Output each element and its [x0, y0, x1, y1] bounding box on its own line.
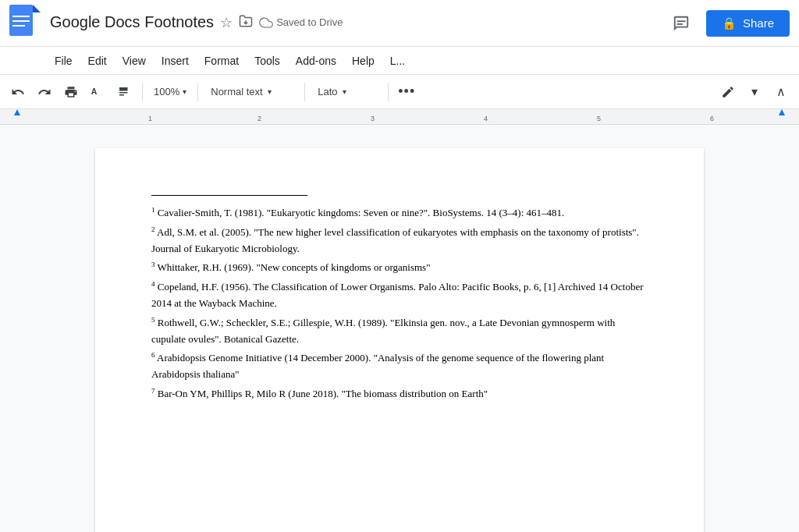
menu-format[interactable]: Format [197, 50, 247, 72]
share-label: Share [743, 16, 774, 30]
ruler-mark-5: 5 [597, 115, 601, 122]
list-item: 7 Bar-On YM, Phillips R, Milo R (June 20… [151, 386, 648, 403]
svg-rect-7 [676, 23, 682, 25]
menu-bar: File Edit View Insert Format Tools Add-o… [0, 47, 799, 75]
list-item: 4 Copeland, H.F. (1956). The Classificat… [151, 279, 648, 312]
footnote-num-2: 2 [151, 225, 155, 232]
menu-view[interactable]: View [115, 50, 154, 72]
more-options-button[interactable]: ••• [395, 80, 418, 104]
more-icon: ••• [398, 83, 415, 100]
list-item: 1 Cavalier-Smith, T. (1981). "Eukaryotic… [151, 205, 648, 222]
folder-move-icon[interactable] [239, 14, 253, 31]
list-item: 5 Rothwell, G.W.; Scheckler, S.E.; Gille… [151, 315, 648, 348]
footnote-num-7: 7 [151, 387, 155, 395]
comment-button[interactable] [666, 8, 697, 39]
svg-rect-6 [676, 20, 685, 22]
footnote-text-7: Bar-On YM, Phillips R, Milo R (June 2018… [158, 388, 488, 399]
footnote-text-3: Whittaker, R.H. (1969). "New concepts of… [158, 261, 431, 273]
svg-rect-2 [12, 16, 30, 17]
svg-marker-1 [33, 5, 41, 12]
save-status: Saved to Drive [259, 16, 343, 30]
header-right: 🔒 Share [666, 8, 790, 39]
footnote-text-2: Adl, S.M. et al. (2005). "The new higher… [151, 226, 639, 254]
style-value: Normal text [211, 86, 262, 98]
title-icons: ☆ Saved to Drive [220, 14, 343, 31]
toolbar-divider-3 [304, 83, 305, 101]
font-selector[interactable]: Lato ▾ [311, 83, 382, 101]
footnote-num-4: 4 [151, 280, 155, 288]
footnote-num-5: 5 [151, 315, 155, 323]
edit-button[interactable] [716, 80, 740, 104]
paint-format-button[interactable] [112, 80, 136, 104]
list-item: 2 Adl, S.M. et al. (2005). "The new high… [151, 225, 648, 257]
style-chevron-icon: ▾ [268, 87, 272, 96]
zoom-chevron-icon: ▾ [183, 87, 186, 96]
footnote-separator [151, 195, 307, 196]
share-button[interactable]: 🔒 Share [706, 10, 790, 37]
ruler-mark-1: 1 [148, 115, 152, 122]
title-area: Google Docs Footnotes ☆ Saved to Drive [50, 13, 666, 33]
redo-button[interactable] [33, 80, 56, 104]
toolbar-divider-2 [197, 83, 198, 101]
list-item: 6 Arabidopsis Genome Initiative (14 Dece… [151, 350, 648, 383]
ruler: 1 2 3 4 5 6 [0, 109, 799, 125]
footnote-num-6: 6 [151, 351, 155, 359]
font-chevron-icon: ▾ [343, 87, 346, 96]
app-icon [9, 5, 41, 42]
toolbar-divider-4 [388, 83, 389, 101]
footnote-text-6: Arabidopsis Genome Initiative (14 Decemb… [151, 352, 604, 380]
ruler-right-handle[interactable] [779, 109, 785, 115]
menu-insert[interactable]: Insert [154, 50, 197, 72]
ruler-mark-2: 2 [257, 115, 261, 122]
cloud-icon [259, 16, 273, 30]
expand-button[interactable]: ∧ [769, 80, 793, 104]
zoom-value: 100% [154, 86, 179, 98]
footnote-text-5: Rothwell, G.W.; Scheckler, S.E.; Gillesp… [151, 317, 615, 345]
ruler-mark-6: 6 [710, 115, 714, 122]
svg-rect-3 [12, 20, 30, 22]
save-status-label: Saved to Drive [276, 16, 343, 28]
list-item: 3 Whittaker, R.H. (1969). "New concepts … [151, 260, 648, 276]
spell-check-button[interactable]: A [86, 80, 109, 104]
title-bar: Google Docs Footnotes ☆ Saved to Drive [0, 0, 799, 47]
menu-file[interactable]: File [47, 50, 80, 72]
menu-edit[interactable]: Edit [80, 50, 115, 72]
star-icon[interactable]: ☆ [220, 14, 233, 31]
svg-text:A: A [91, 87, 98, 96]
expand-icon: ∧ [776, 84, 786, 99]
ruler-left-handle[interactable] [14, 109, 20, 115]
doc-page[interactable]: 1 Cavalier-Smith, T. (1981). "Eukaryotic… [95, 148, 704, 532]
print-button[interactable] [59, 80, 83, 104]
footnote-num-3: 3 [151, 261, 155, 268]
toolbar-divider-1 [142, 83, 143, 101]
menu-help[interactable]: Help [344, 50, 382, 72]
undo-button[interactable] [6, 80, 30, 104]
doc-title[interactable]: Google Docs Footnotes [50, 13, 214, 31]
ruler-mark-3: 3 [371, 115, 375, 122]
ruler-mark-4: 4 [484, 115, 488, 122]
lock-icon: 🔒 [722, 16, 737, 30]
doc-area: 1 Cavalier-Smith, T. (1981). "Eukaryotic… [0, 125, 799, 532]
footnote-text-4: Copeland, H.F. (1956). The Classificatio… [151, 281, 644, 309]
menu-more[interactable]: L... [382, 50, 413, 72]
zoom-selector[interactable]: 100% ▾ [149, 83, 191, 101]
toolbar: A 100% ▾ Normal text ▾ Lato ▾ ••• ▾ ∧ [0, 75, 799, 109]
menu-addons[interactable]: Add-ons [288, 50, 344, 72]
footnote-text-1: Cavalier-Smith, T. (1981). "Eukaryotic k… [158, 207, 565, 218]
footnote-num-1: 1 [151, 206, 155, 214]
svg-rect-4 [12, 25, 25, 27]
chevron-down-button[interactable]: ▾ [743, 80, 766, 104]
style-selector[interactable]: Normal text ▾ [204, 83, 298, 101]
chevron-down-icon: ▾ [751, 84, 758, 99]
menu-tools[interactable]: Tools [247, 50, 288, 72]
font-value: Lato [318, 86, 337, 98]
